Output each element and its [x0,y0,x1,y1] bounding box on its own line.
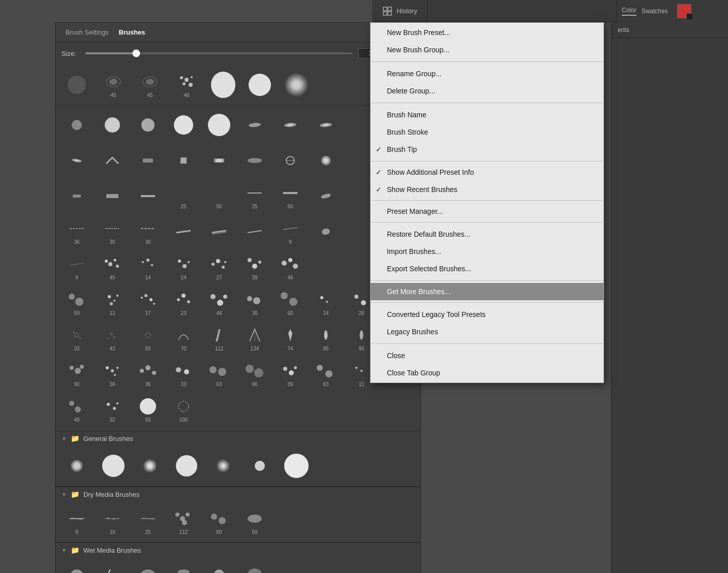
list-item[interactable] [166,143,201,178]
group-header-general-brushes[interactable]: ▼ 📁 General Brushes [55,431,420,445]
list-item[interactable]: 50 [273,179,308,213]
list-item[interactable]: 14 [309,285,343,320]
list-item[interactable]: 30 [131,214,165,249]
list-item[interactable]: 25 [166,179,201,213]
list-item[interactable] [237,214,272,249]
list-item[interactable]: 46 [273,250,308,284]
list-item[interactable] [202,108,236,142]
list-item[interactable]: 24 [166,250,201,284]
group-header-dry-media[interactable]: ▼ 📁 Dry Media Brushes [55,487,420,501]
list-item[interactable]: 45 [96,68,131,102]
menu-item-delete-group[interactable]: Delete Group... [371,82,603,100]
menu-item-import-brushes[interactable]: Import Brushes... [371,243,603,260]
list-item[interactable]: 100 [166,392,201,427]
menu-item-restore-default-brushes[interactable]: Restore Default Brushes... [371,226,603,243]
list-item[interactable]: 10 [95,504,130,539]
list-item[interactable] [96,449,131,483]
list-item[interactable] [237,108,272,142]
list-item[interactable]: 112 [166,504,201,539]
list-item[interactable] [166,214,201,249]
size-slider-thumb[interactable] [132,49,140,57]
list-item[interactable]: 60 [273,285,308,320]
list-item[interactable] [59,179,94,213]
list-item[interactable]: 90 [59,357,94,391]
list-item[interactable]: 70 [166,321,201,356]
list-item[interactable]: 25 [237,179,272,213]
list-item[interactable]: 127 [237,560,272,573]
menu-item-brush-name[interactable]: Brush Name [371,106,603,123]
tab-brushes[interactable]: Brushes [115,26,149,38]
list-item[interactable] [59,108,94,142]
list-item[interactable] [131,143,165,178]
list-item[interactable] [133,449,167,483]
list-item[interactable] [202,214,236,249]
list-item[interactable]: 100 [202,560,236,573]
menu-item-rename-group[interactable]: Rename Group... [371,65,603,82]
list-item[interactable]: 50 [237,504,272,539]
list-item[interactable]: 60 [166,560,201,573]
list-item[interactable] [59,143,94,178]
list-item[interactable] [242,449,277,483]
list-item[interactable] [279,449,314,483]
list-item[interactable]: 55 [131,392,165,427]
list-item[interactable]: 45 [133,68,167,102]
list-item[interactable] [309,214,343,249]
group-header-wet-media[interactable]: ▼ 📁 Wet Media Brushes [55,543,420,557]
list-item[interactable]: 134 [237,321,272,356]
list-item[interactable]: 42 [95,321,130,356]
tab-brush-settings[interactable]: Brush Settings [62,26,113,38]
list-item[interactable]: 33 [59,321,94,356]
list-item[interactable] [95,179,130,213]
list-item[interactable] [206,68,240,102]
list-item[interactable] [131,108,165,142]
list-item[interactable] [202,143,236,178]
menu-item-get-more-brushes[interactable]: Get More Brushes... [371,283,603,300]
list-item[interactable] [131,179,165,213]
list-item[interactable]: 32 [95,392,130,427]
menu-item-export-selected-brushes[interactable]: Export Selected Brushes... [371,260,603,277]
list-item[interactable]: 59 [59,285,94,320]
history-tab[interactable]: History [372,0,428,22]
list-item[interactable]: 9 [273,214,308,249]
list-item[interactable] [59,68,94,102]
list-item[interactable]: 63 [309,357,343,391]
list-item[interactable]: 74 [273,321,308,356]
list-item[interactable] [59,449,94,483]
list-item[interactable]: 63 [202,357,236,391]
list-item[interactable] [95,143,130,178]
list-item[interactable]: 36 [131,357,165,391]
list-item[interactable]: 27 [202,250,236,284]
menu-item-preset-manager[interactable]: Preset Manager... [371,203,603,220]
list-item[interactable]: 60 [202,504,236,539]
list-item[interactable]: 50 [202,179,236,213]
list-item[interactable]: 39 [273,357,308,391]
menu-item-close[interactable]: Close [371,347,603,364]
menu-item-brush-stroke[interactable]: Brush Stroke [371,123,603,141]
list-item[interactable] [169,449,204,483]
list-item[interactable]: 45 [95,250,130,284]
list-item[interactable]: 66 [237,357,272,391]
list-item[interactable]: 11 [95,285,130,320]
menu-item-new-brush-preset[interactable]: New Brush Preset... [371,24,603,41]
menu-item-legacy-brushes[interactable]: Legacy Brushes [371,323,603,340]
list-item[interactable]: 14 [131,250,165,284]
color-tab[interactable]: Color [622,7,636,16]
list-item[interactable]: 44 [202,285,236,320]
list-item[interactable]: 36 [237,285,272,320]
list-item[interactable]: 36 [59,214,94,249]
list-item[interactable] [273,108,308,142]
list-item[interactable] [237,143,272,178]
list-item[interactable]: 112 [202,321,236,356]
list-item[interactable] [309,108,343,142]
list-item[interactable] [95,108,130,142]
list-item[interactable]: 25 [59,560,94,573]
menu-item-brush-tip[interactable]: ✓ Brush Tip [371,141,603,158]
list-item[interactable] [206,449,240,483]
list-item[interactable]: 36 [95,357,130,391]
list-item[interactable]: 23 [166,285,201,320]
list-item[interactable] [279,68,314,102]
menu-item-new-brush-group[interactable]: New Brush Group... [371,41,603,58]
list-item[interactable]: 17 [131,285,165,320]
list-item[interactable] [242,68,277,102]
list-item[interactable]: 25 [131,504,165,539]
